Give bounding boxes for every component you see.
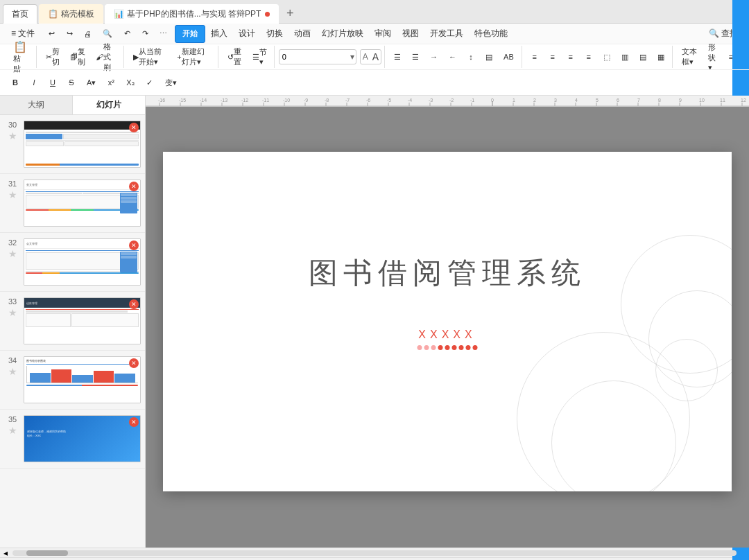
case-btn[interactable]: 变▾ <box>160 73 182 91</box>
menu-view[interactable]: 视图 <box>397 24 424 44</box>
undo2-btn[interactable]: ↶ <box>119 25 135 43</box>
superscript-btn[interactable]: x² <box>103 73 119 91</box>
slide-subtitle[interactable]: XXXXX <box>418 329 476 341</box>
slide-delete-30[interactable]: ✕ <box>129 123 139 132</box>
zoom-btn[interactable]: 🔍 <box>98 25 117 43</box>
cut-btn[interactable]: ✂ 剪切 <box>41 48 64 66</box>
tab-home[interactable]: 首页 <box>3 4 37 24</box>
bold-btn[interactable]: B <box>7 73 24 91</box>
table-btn[interactable]: ▦ <box>653 48 669 66</box>
col-btn[interactable]: ▤ <box>481 48 497 66</box>
menu-transition[interactable]: 切换 <box>261 24 289 44</box>
copy-btn[interactable]: 🗐 复制 <box>65 48 90 66</box>
svg-text:-7: -7 <box>345 98 350 103</box>
menu-devtools[interactable]: 开发工具 <box>424 24 469 44</box>
section-btn[interactable]: ☰ 节▾ <box>248 48 271 66</box>
slide-star-35[interactable]: ★ <box>8 425 17 436</box>
font-size-increase[interactable]: A <box>370 51 381 62</box>
ab-btn[interactable]: AB <box>499 48 519 66</box>
menu-insert[interactable]: 插入 <box>205 24 233 44</box>
panel-tab-slides[interactable]: 幻灯片 <box>73 96 145 114</box>
redo-btn[interactable]: ↪ <box>61 25 78 43</box>
slide-delete-31[interactable]: ✕ <box>129 182 139 191</box>
slide-star-34[interactable]: ★ <box>8 366 17 377</box>
slide-thumb-32[interactable]: 32 ★ ✕ 会文管理 <box>0 233 145 292</box>
slide-img-31[interactable]: ✕ 查文管理 <box>24 180 141 227</box>
new-slide-btn[interactable]: + 新建幻灯片▾ <box>172 48 214 66</box>
slide-delete-32[interactable]: ✕ <box>129 240 139 250</box>
h-scroll-track[interactable] <box>12 550 737 556</box>
slide-thumb-30[interactable]: 30 ★ ✕ <box>0 115 145 174</box>
textbox-btn[interactable]: 文本框▾ <box>677 48 703 66</box>
slide-img-30[interactable]: ✕ <box>24 121 141 168</box>
h-scroll-left[interactable]: ◂ <box>1 548 10 558</box>
text-margin-btn[interactable]: ▤ <box>635 48 651 66</box>
panel-tab-outline[interactable]: 大纲 <box>0 96 73 114</box>
menu-slideshow[interactable]: 幻灯片放映 <box>316 24 369 44</box>
highlight-btn[interactable]: ✓ <box>141 73 158 91</box>
h-scroll-thumb[interactable] <box>26 550 68 556</box>
align-right-btn[interactable]: ≡ <box>562 48 579 66</box>
h-scrollbar[interactable]: ◂ ▸ <box>0 548 749 557</box>
print-btn[interactable]: 🖨 <box>79 25 96 43</box>
col-layout-btn[interactable]: ▥ <box>617 48 633 66</box>
svg-text:-1: -1 <box>470 98 474 103</box>
start-tab[interactable]: 开始 <box>175 25 205 43</box>
indent-in-btn[interactable]: → <box>425 48 442 66</box>
slide-delete-34[interactable]: ✕ <box>129 358 139 368</box>
slide-num-30: 30 <box>8 121 17 129</box>
slide-thumb-31[interactable]: 31 ★ ✕ 查文管理 <box>0 174 145 233</box>
list-num-btn[interactable]: ☰ <box>407 48 424 66</box>
tab-add-button[interactable]: + <box>280 4 300 24</box>
font-selector[interactable]: 0 ▾ <box>279 49 356 64</box>
slide-main-title[interactable]: 图书借阅管理系统 <box>309 254 586 292</box>
format-brush-btn[interactable]: 🖌 格式刷 <box>91 48 121 66</box>
justify-btn[interactable]: ≡ <box>580 48 597 66</box>
slide-thumb-35[interactable]: 35 ★ ✕ 谢谢各位老师，感谢同学的帮助组长：XXX <box>0 410 145 469</box>
slide-canvas[interactable]: 图书借阅管理系统 XXXXX <box>163 152 732 491</box>
underline-btn[interactable]: U <box>44 73 61 91</box>
slide-img-34[interactable]: ✕ 图书馆分析图表 <box>24 356 141 403</box>
slide-star-33[interactable]: ★ <box>8 307 17 318</box>
reset-btn[interactable]: ↺ 重置 <box>223 48 248 66</box>
font-name-input[interactable]: 0 <box>279 53 349 61</box>
tab-home-label: 首页 <box>12 8 28 20</box>
svg-text:5: 5 <box>596 98 599 103</box>
text-dir-btn[interactable]: ⬚ <box>599 48 615 66</box>
indent-out-btn[interactable]: ← <box>444 48 461 66</box>
menu-animation[interactable]: 动画 <box>289 24 316 44</box>
slide-star-30[interactable]: ★ <box>8 130 17 141</box>
font-color-btn[interactable]: A▾ <box>82 73 101 91</box>
strikethrough-btn[interactable]: S <box>63 73 80 91</box>
list-bullet-btn[interactable]: ☰ <box>389 48 406 66</box>
play-btn[interactable]: ▶ 从当前开始▾ <box>128 48 172 66</box>
align-left-btn[interactable]: ≡ <box>526 48 543 66</box>
slide-star-31[interactable]: ★ <box>8 189 17 200</box>
tab-template[interactable]: 📋 稿壳模板 <box>39 4 103 24</box>
redo2-btn[interactable]: ↷ <box>137 25 153 43</box>
slide-img-32[interactable]: ✕ 会文管理 <box>24 238 141 286</box>
font-dropdown-icon[interactable]: ▾ <box>349 52 356 62</box>
align-center-btn[interactable]: ≡ <box>544 48 561 66</box>
slide-thumb-33[interactable]: 33 ★ ✕ 还款管理 <box>0 292 145 351</box>
font-group: 0 ▾ A A <box>276 46 385 68</box>
undo-btn[interactable]: ↩ <box>43 25 60 43</box>
italic-btn[interactable]: I <box>26 73 42 91</box>
slide-thumb-34[interactable]: 34 ★ ✕ 图书馆分析图表 <box>0 351 145 410</box>
menu-special[interactable]: 特色功能 <box>469 24 513 44</box>
more-btn[interactable]: ⋯ <box>155 25 172 43</box>
subscript-btn[interactable]: X₂ <box>121 73 139 91</box>
tab-ppt[interactable]: 📊 基于PHP的图书借...与实现 答辩PPT <box>105 4 279 24</box>
line-space-btn[interactable]: ↕ <box>463 48 479 66</box>
menu-design[interactable]: 设计 <box>233 24 261 44</box>
menu-review[interactable]: 审阅 <box>369 24 397 44</box>
shape-btn[interactable]: 形状▾ <box>703 48 724 66</box>
slide-img-33[interactable]: ✕ 还款管理 <box>24 297 141 344</box>
slide-img-35[interactable]: ✕ 谢谢各位老师，感谢同学的帮助组长：XXX <box>24 415 141 462</box>
slide-delete-33[interactable]: ✕ <box>129 299 139 309</box>
font-size-decrease[interactable]: A <box>361 52 370 62</box>
toolbar-row2: B I U S A▾ x² X₂ ✓ 变▾ <box>0 69 749 95</box>
slide-delete-35[interactable]: ✕ <box>129 417 139 427</box>
slide-star-32[interactable]: ★ <box>8 248 17 259</box>
svg-text:-9: -9 <box>304 98 308 103</box>
